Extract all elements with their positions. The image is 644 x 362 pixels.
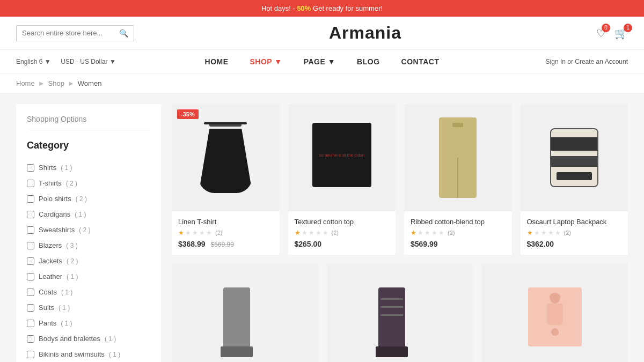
star: ★	[185, 229, 191, 237]
review-count: (2)	[332, 230, 339, 236]
category-checkbox[interactable]	[27, 164, 34, 172]
star: ★	[418, 229, 423, 237]
category-checkbox[interactable]	[27, 180, 34, 187]
search-area[interactable]: 🔍	[16, 25, 134, 41]
products-grid-row1: -35% Linen T-shirt ★★★★★ (2) $368.99 $56…	[172, 104, 628, 255]
product-card[interactable]: Snake Print Boots ★★★★★ $299.00	[172, 263, 318, 362]
star: ★	[548, 229, 554, 237]
category-name: Shirts	[39, 164, 56, 172]
category-checkbox[interactable]	[27, 335, 34, 343]
category-checkbox[interactable]	[27, 351, 34, 358]
currency-label: USD - US Dollar	[61, 58, 107, 65]
category-checkbox[interactable]	[27, 320, 34, 327]
category-name: Sweatshirts	[39, 226, 75, 234]
nav-center: HOME SHOP ▼ PAGE ▼ BLOG CONTACT	[123, 50, 521, 73]
search-input[interactable]	[22, 29, 119, 37]
product-image	[481, 263, 628, 362]
product-card[interactable]: Oscaurt Laptop Backpack ★★★★★ (2) $362.0…	[521, 104, 628, 255]
category-item[interactable]: Jackets ( 2 )	[27, 253, 150, 269]
star: ★	[323, 229, 328, 237]
star: ★	[534, 229, 540, 237]
product-image	[172, 263, 318, 362]
nav-item-contact[interactable]: CONTACT	[401, 50, 440, 73]
star: ★	[199, 229, 205, 237]
category-item[interactable]: Blazers ( 3 )	[27, 238, 150, 253]
cart-button[interactable]: 🛒 1	[614, 27, 628, 40]
product-card[interactable]: Pink Hoodie ★★★★★ $189.00	[481, 263, 628, 362]
category-name: T-shirts	[39, 179, 62, 187]
category-checkbox[interactable]	[27, 226, 34, 234]
category-item[interactable]: Cardigans ( 1 )	[27, 206, 150, 222]
category-checkbox[interactable]	[27, 289, 34, 296]
breadcrumb-home[interactable]: Home	[16, 79, 35, 87]
sidebar: Shopping Options Category Shirts ( 1 ) T…	[16, 104, 161, 362]
logo[interactable]: Armania	[134, 23, 596, 43]
product-price: $569.99	[411, 240, 506, 248]
category-item[interactable]: Leather ( 1 )	[27, 269, 150, 284]
nav-item-page[interactable]: PAGE ▼	[304, 50, 335, 73]
products-grid-row2: Snake Print Boots ★★★★★ $299.00 Plaid An	[172, 263, 628, 362]
breadcrumb: Home ► Shop ► Women	[0, 74, 644, 93]
category-count: ( 1 )	[75, 211, 86, 218]
nav-item-home[interactable]: HOME	[205, 50, 229, 73]
category-item[interactable]: Bikinis and swimsuits ( 1 )	[27, 346, 150, 362]
nav-right: Sign In or Create an Account	[521, 58, 628, 65]
product-card[interactable]: Ribbed cotton-blend top ★★★★★ (2) $569.9…	[404, 104, 512, 255]
breadcrumb-shop[interactable]: Shop	[48, 79, 64, 87]
category-item[interactable]: Sweatshirts ( 2 )	[27, 222, 150, 238]
product-card[interactable]: -35% Linen T-shirt ★★★★★ (2) $368.99 $56…	[172, 104, 280, 255]
category-count: ( 1 )	[61, 320, 72, 327]
category-count: ( 1 )	[109, 351, 120, 358]
category-item[interactable]: Coats ( 1 )	[27, 284, 150, 300]
star: ★	[192, 229, 198, 237]
category-checkbox[interactable]	[27, 195, 34, 203]
category-checkbox[interactable]	[27, 304, 34, 312]
product-stars: ★★★★★ (2)	[527, 229, 622, 237]
product-info: Textured cotton top ★★★★★ (2) $265.00	[288, 211, 396, 255]
category-item[interactable]: Pants ( 1 )	[27, 315, 150, 331]
star: ★	[527, 229, 533, 237]
product-card[interactable]: somewhere at the cabin Textured cotton t…	[288, 104, 396, 255]
breadcrumb-sep2: ►	[68, 79, 75, 87]
language-selector[interactable]: English 6 ▼	[16, 58, 51, 65]
product-name: Linen T-shirt	[178, 218, 273, 226]
banner-text-after: Get ready for summer!	[311, 4, 383, 12]
star: ★	[295, 229, 301, 237]
category-name: Bikinis and swimsuits	[39, 350, 105, 358]
search-icon[interactable]: 🔍	[119, 29, 128, 38]
category-checkbox[interactable]	[27, 257, 34, 265]
nav-item-blog[interactable]: BLOG	[357, 50, 379, 73]
star: ★	[302, 229, 308, 237]
category-count: ( 1 )	[61, 164, 72, 172]
product-card[interactable]: Plaid Ankle Boots ★★★★★ $349.00	[327, 263, 473, 362]
original-price: $569.99	[211, 241, 234, 248]
nav-item-shop[interactable]: SHOP ▼	[250, 50, 282, 73]
category-count: ( 1 )	[58, 304, 70, 312]
category-checkbox[interactable]	[27, 242, 34, 249]
category-name: Polo shirts	[39, 195, 71, 203]
product-name: Ribbed cotton-blend top	[411, 218, 506, 226]
category-item[interactable]: T-shirts ( 2 )	[27, 175, 150, 191]
star: ★	[541, 229, 547, 237]
category-item[interactable]: Polo shirts ( 2 )	[27, 191, 150, 206]
category-name: Leather	[39, 272, 62, 280]
signin-link[interactable]: Sign In	[546, 58, 566, 65]
product-stars: ★★★★★ (2)	[295, 229, 390, 237]
wishlist-badge: 0	[602, 24, 610, 32]
category-item[interactable]: Shirts ( 1 )	[27, 160, 150, 175]
product-name: Oscaurt Laptop Backpack	[527, 218, 622, 226]
category-count: ( 1 )	[67, 273, 78, 280]
category-item[interactable]: Suits ( 1 )	[27, 300, 150, 315]
create-account-link[interactable]: Create an Account	[575, 58, 628, 65]
category-item[interactable]: Bodys and bralettes ( 1 )	[27, 331, 150, 346]
currency-selector[interactable]: USD - US Dollar ▼	[61, 58, 116, 65]
banner-discount: 50%	[297, 4, 311, 12]
category-title: Category	[27, 140, 150, 151]
wishlist-button[interactable]: ♡ 0	[596, 27, 606, 40]
category-count: ( 1 )	[61, 289, 72, 296]
category-name: Bodys and bralettes	[39, 335, 100, 343]
category-checkbox[interactable]	[27, 273, 34, 280]
star: ★	[411, 229, 416, 237]
cart-badge: 1	[624, 24, 632, 32]
category-checkbox[interactable]	[27, 211, 34, 218]
